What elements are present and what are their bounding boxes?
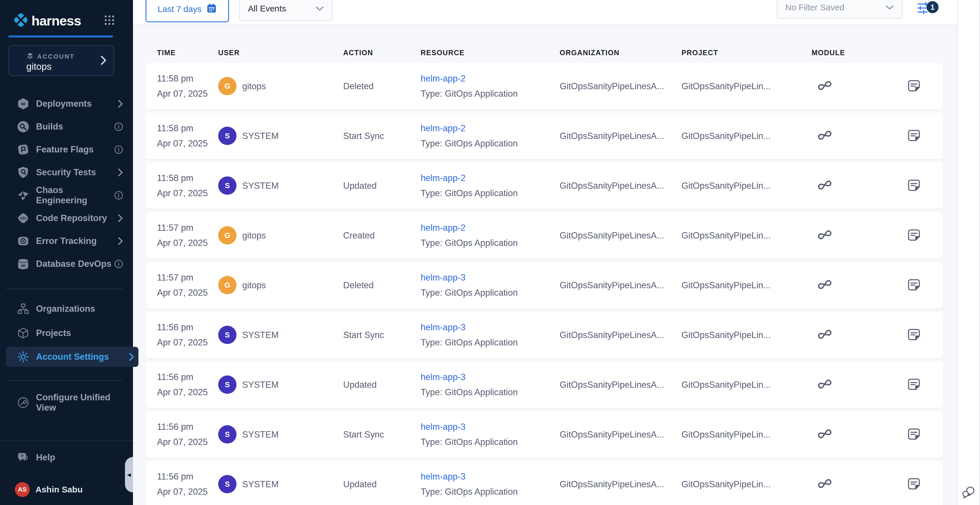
event-summary-note-icon[interactable] — [907, 427, 921, 441]
table-row: 11:56 pm Apr 07, 2025 S SYSTEM Start Syn… — [146, 411, 943, 457]
time-cell: 11:58 pm Apr 07, 2025 — [157, 124, 218, 148]
sidebar-item-organizations[interactable]: Organizations — [0, 297, 133, 320]
sidebar-item-chaos-engineering[interactable]: Chaos Engineering — [0, 184, 133, 207]
sidebar-item-help[interactable]: ? Help — [0, 446, 133, 469]
event-summary-note-icon[interactable] — [907, 278, 921, 292]
saved-filter-select[interactable]: No Filter Saved — [777, 0, 902, 19]
project-cell: GitOpsSanityPipeLin... — [681, 82, 811, 91]
chevron-left-icon: ◀ — [127, 472, 131, 478]
user-avatar: S — [218, 127, 237, 145]
note-cell — [897, 178, 943, 193]
event-time: 11:56 pm — [157, 422, 218, 431]
resource-link[interactable]: helm-app-2 — [421, 174, 560, 182]
support-chat-icon[interactable] — [961, 484, 977, 502]
sidebar-item-account-settings[interactable]: Account Settings — [6, 347, 138, 367]
resource-link[interactable]: helm-app-2 — [421, 124, 560, 133]
info-icon[interactable] — [114, 191, 123, 200]
time-cell: 11:57 pm Apr 07, 2025 — [157, 273, 218, 297]
user-cell: G gitops — [218, 77, 343, 95]
info-icon[interactable] — [114, 260, 123, 269]
event-summary-note-icon[interactable] — [907, 129, 921, 143]
feature-flags-icon — [17, 143, 30, 156]
event-summary-note-icon[interactable] — [907, 178, 921, 193]
user-profile[interactable]: AS Ashin Sabu — [0, 478, 133, 501]
info-icon[interactable] — [114, 122, 123, 131]
resource-link[interactable]: helm-app-3 — [421, 472, 560, 481]
sidebar-item-builds[interactable]: Builds — [0, 115, 133, 138]
date-range-button[interactable]: Last 7 days — [146, 0, 229, 22]
user-name: SYSTEM — [242, 480, 278, 489]
filter-button[interactable]: 1 — [916, 1, 942, 17]
sidebar-item-error-tracking[interactable]: Error Tracking — [0, 229, 133, 253]
event-summary-note-icon[interactable] — [907, 328, 921, 342]
resource-type: Type: GitOps Application — [421, 189, 560, 198]
sidebar-item-security-tests[interactable]: Security Tests — [0, 161, 133, 184]
module-cell — [811, 328, 897, 342]
resource-cell: helm-app-3 Type: GitOps Application — [421, 472, 560, 496]
event-date: Apr 07, 2025 — [157, 288, 218, 297]
resource-type: Type: GitOps Application — [421, 487, 560, 496]
user-cell: S SYSTEM — [218, 475, 343, 493]
account-selector[interactable]: ACCOUNT gitops — [9, 45, 115, 76]
resource-cell: helm-app-3 Type: GitOps Application — [421, 373, 560, 397]
chevron-down-icon — [885, 3, 894, 12]
brand-name: harness — [32, 13, 81, 29]
audit-trail-content: TIME USER ACTION RESOURCE ORGANIZATION P… — [133, 25, 957, 505]
gitops-module-icon — [817, 427, 833, 441]
time-cell: 11:58 pm Apr 07, 2025 — [157, 174, 218, 198]
action-cell: Updated — [343, 480, 421, 489]
brand[interactable]: harness — [13, 12, 81, 29]
resource-type: Type: GitOps Application — [421, 388, 560, 397]
security-tests-icon — [17, 166, 30, 179]
time-cell: 11:57 pm Apr 07, 2025 — [157, 223, 218, 247]
module-cell — [811, 129, 897, 143]
sidebar-item-configure-unified-view[interactable]: Configure Unified View — [0, 391, 133, 414]
filter-sliders-icon — [916, 11, 931, 16]
filter-count-badge: 1 — [926, 1, 939, 13]
action-cell: Start Sync — [343, 331, 421, 339]
resource-link[interactable]: helm-app-3 — [421, 422, 560, 431]
sidebar-item-database-devops[interactable]: ∞ Database DevOps — [0, 253, 133, 276]
module-cell — [811, 427, 897, 441]
user-avatar: S — [218, 326, 237, 344]
harness-logo-icon — [13, 12, 29, 29]
organization-cell: GitOpsSanityPipeLinesA... — [560, 181, 681, 190]
user-cell: G gitops — [218, 226, 343, 244]
info-icon[interactable] — [114, 145, 123, 154]
user-avatar: S — [218, 177, 237, 195]
user-cell: S SYSTEM — [218, 376, 343, 394]
user-cell: S SYSTEM — [218, 127, 343, 145]
sidebar-item-projects[interactable]: Projects — [0, 322, 133, 344]
right-panel-strip — [957, 0, 980, 505]
builds-icon — [17, 120, 30, 133]
app-grid-icon[interactable] — [105, 16, 115, 25]
resource-link[interactable]: helm-app-3 — [421, 323, 560, 332]
saved-filter-value: No Filter Saved — [785, 3, 845, 12]
resource-link[interactable]: helm-app-3 — [421, 273, 560, 282]
event-type-select[interactable]: All Events — [239, 0, 332, 21]
sidebar-collapse-handle[interactable]: ◀ — [125, 457, 133, 492]
event-summary-note-icon[interactable] — [907, 228, 921, 242]
action-cell: Deleted — [343, 281, 421, 290]
organization-cell: GitOpsSanityPipeLinesA... — [560, 82, 681, 91]
resource-link[interactable]: helm-app-3 — [421, 373, 560, 381]
resource-link[interactable]: helm-app-2 — [421, 74, 560, 83]
table-row: 11:56 pm Apr 07, 2025 S SYSTEM Updated h… — [146, 362, 943, 408]
column-header-organization: ORGANIZATION — [560, 49, 681, 57]
code-repository-icon: </> — [17, 212, 30, 225]
note-cell — [897, 129, 943, 143]
sidebar-item-feature-flags[interactable]: Feature Flags — [0, 138, 133, 161]
event-summary-note-icon[interactable] — [907, 477, 921, 491]
project-cell: GitOpsSanityPipeLin... — [681, 281, 811, 290]
event-summary-note-icon[interactable] — [907, 79, 921, 93]
sidebar-item-code-repository[interactable]: </> Code Repository — [0, 207, 133, 229]
table-row: 11:57 pm Apr 07, 2025 G gitops Created h… — [146, 212, 943, 258]
svg-text:?: ? — [21, 454, 24, 459]
sidebar-item-deployments[interactable]: ∞ Deployments — [0, 92, 133, 115]
user-name: Ashin Sabu — [35, 485, 83, 494]
event-summary-note-icon[interactable] — [907, 378, 921, 392]
divider — [6, 380, 123, 381]
resource-link[interactable]: helm-app-2 — [421, 223, 560, 232]
project-cell: GitOpsSanityPipeLin... — [681, 231, 811, 240]
time-cell: 11:56 pm Apr 07, 2025 — [157, 422, 218, 446]
